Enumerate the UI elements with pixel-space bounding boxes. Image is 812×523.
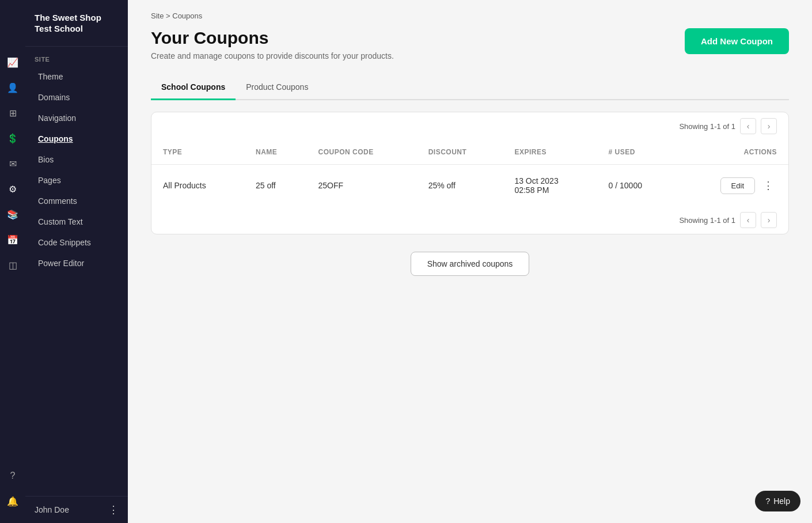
pagination-top-label: Showing 1-1 of 1 bbox=[679, 122, 735, 131]
pagination-next-bottom[interactable]: › bbox=[761, 212, 777, 228]
cell-discount: 25% off bbox=[417, 165, 503, 207]
page-title: Your Coupons bbox=[151, 28, 394, 48]
pagination-bottom: Showing 1-1 of 1 ‹ › bbox=[151, 206, 788, 234]
expires-line1: 13 Oct 2023 bbox=[514, 176, 585, 185]
edit-button[interactable]: Edit bbox=[720, 177, 755, 194]
col-coupon-code: COUPON CODE bbox=[307, 140, 417, 165]
sidebar-item-coupons[interactable]: Coupons bbox=[29, 128, 124, 149]
sidebar-item-comments[interactable]: Comments bbox=[29, 191, 124, 211]
icon-book[interactable]: 📚 bbox=[2, 204, 23, 225]
sidebar-item-power-editor[interactable]: Power Editor bbox=[29, 253, 124, 274]
pagination-top: Showing 1-1 of 1 ‹ › bbox=[151, 112, 788, 140]
tab-school-coupons[interactable]: School Coupons bbox=[151, 77, 236, 100]
icon-dollar[interactable]: 💲 bbox=[2, 128, 23, 149]
icon-layers[interactable]: ◫ bbox=[2, 255, 23, 275]
col-used: # USED bbox=[597, 140, 677, 165]
actions-cell: Edit ⋮ bbox=[688, 177, 777, 194]
pagination-prev-top[interactable]: ‹ bbox=[740, 118, 756, 134]
icon-gear[interactable]: ⚙ bbox=[2, 179, 23, 199]
icon-sidebar: 📈 👤 ⊞ 💲 ✉ ⚙ 📚 📅 ◫ ? 🔔 bbox=[0, 0, 25, 523]
pagination-next-top[interactable]: › bbox=[761, 118, 777, 134]
sidebar-item-pages[interactable]: Pages bbox=[29, 170, 124, 191]
expires-line2: 02:58 PM bbox=[514, 185, 585, 195]
icon-calendar[interactable]: 📅 bbox=[2, 229, 23, 250]
table-row: All Products 25 off 25OFF 25% off 13 Oct… bbox=[151, 165, 788, 207]
pagination-bottom-label: Showing 1-1 of 1 bbox=[679, 216, 735, 225]
sidebar-item-custom-text[interactable]: Custom Text bbox=[29, 211, 124, 232]
main-content: Site > Coupons Your Coupons Create and m… bbox=[128, 0, 812, 523]
coupon-tabs: School Coupons Product Coupons bbox=[151, 77, 789, 100]
more-actions-button[interactable]: ⋮ bbox=[760, 177, 777, 194]
help-label: Help bbox=[773, 497, 790, 506]
icon-bell[interactable]: 🔔 bbox=[2, 491, 23, 511]
col-expires: EXPIRES bbox=[503, 140, 597, 165]
breadcrumb-separator: > bbox=[166, 12, 170, 20]
page-header: Your Coupons Create and manage coupons t… bbox=[151, 28, 789, 60]
user-section: John Doe ⋮ bbox=[25, 496, 128, 523]
page-subtitle: Create and manage coupons to provide dis… bbox=[151, 51, 394, 60]
sidebar-item-navigation[interactable]: Navigation bbox=[29, 108, 124, 128]
sidebar-item-domains[interactable]: Domains bbox=[29, 87, 124, 108]
table-header-row: TYPE NAME COUPON CODE DISCOUNT EXPIRES #… bbox=[151, 140, 788, 165]
breadcrumb: Site > Coupons bbox=[151, 12, 789, 20]
sidebar-item-theme[interactable]: Theme bbox=[29, 66, 124, 87]
cell-used: 0 / 10000 bbox=[597, 165, 677, 207]
icon-chart[interactable]: 📈 bbox=[2, 52, 23, 73]
cell-actions: Edit ⋮ bbox=[677, 165, 788, 207]
icon-question[interactable]: ? bbox=[2, 465, 23, 486]
cell-type: All Products bbox=[151, 165, 244, 207]
sidebar-item-bios[interactable]: Bios bbox=[29, 149, 124, 170]
breadcrumb-current: Coupons bbox=[172, 12, 202, 20]
left-nav: The Sweet Shop Test School SITE Theme Do… bbox=[25, 0, 128, 523]
cell-expires: 13 Oct 2023 02:58 PM bbox=[503, 165, 597, 207]
user-name: John Doe bbox=[35, 505, 69, 514]
archive-section: Show archived coupons bbox=[151, 252, 789, 276]
breadcrumb-site[interactable]: Site bbox=[151, 12, 164, 20]
col-name: NAME bbox=[244, 140, 307, 165]
coupons-table-container: Showing 1-1 of 1 ‹ › TYPE NAME COUPON CO… bbox=[151, 112, 789, 234]
coupons-table: TYPE NAME COUPON CODE DISCOUNT EXPIRES #… bbox=[151, 140, 788, 206]
tab-product-coupons[interactable]: Product Coupons bbox=[236, 77, 318, 100]
help-icon: ? bbox=[765, 497, 770, 506]
icon-mail[interactable]: ✉ bbox=[2, 153, 23, 174]
icon-dashboard[interactable]: ⊞ bbox=[2, 103, 23, 123]
col-type: TYPE bbox=[151, 140, 244, 165]
user-more-icon[interactable]: ⋮ bbox=[108, 503, 119, 516]
school-name: The Sweet Shop Test School bbox=[25, 0, 128, 47]
sidebar-item-code-snippets[interactable]: Code Snippets bbox=[29, 232, 124, 253]
pagination-prev-bottom[interactable]: ‹ bbox=[740, 212, 756, 228]
col-actions: ACTIONS bbox=[677, 140, 788, 165]
add-new-coupon-button[interactable]: Add New Coupon bbox=[685, 28, 789, 54]
cell-coupon-code: 25OFF bbox=[307, 165, 417, 207]
page-header-left: Your Coupons Create and manage coupons t… bbox=[151, 28, 394, 60]
help-button[interactable]: ? Help bbox=[755, 491, 800, 511]
show-archived-button[interactable]: Show archived coupons bbox=[411, 252, 530, 276]
icon-person[interactable]: 👤 bbox=[2, 77, 23, 98]
cell-name: 25 off bbox=[244, 165, 307, 207]
col-discount: DISCOUNT bbox=[417, 140, 503, 165]
site-section-label: SITE bbox=[25, 47, 128, 66]
